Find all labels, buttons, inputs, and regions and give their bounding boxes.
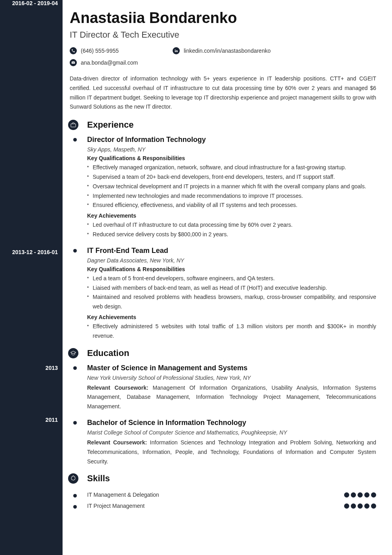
entry-company: Dagner Data Associates, New York, NY — [87, 257, 376, 264]
email-icon — [70, 59, 77, 66]
entry-heading: Key Achievements — [87, 212, 376, 219]
experience-entry: IT Front-End Team Lead Dagner Data Assoc… — [87, 247, 376, 341]
contact-linkedin: linkedin.com/in/anastasbondarenko — [173, 47, 376, 54]
timeline-dot — [73, 138, 77, 142]
list-item: Oversaw technical development and IT pro… — [87, 182, 376, 191]
list-item: Supervised a team of 20+ back-end develo… — [87, 172, 376, 182]
date-exp-0: 2016-02 - 2019-04 — [12, 0, 58, 6]
briefcase-icon — [67, 118, 80, 132]
contact-email: ana.bonda@gmail.com — [70, 59, 169, 66]
contacts: (646) 555-9955 linkedin.com/in/anastasbo… — [70, 47, 376, 66]
timeline-dot — [73, 505, 77, 509]
entry-company: Sky Apps, Maspeth, NY — [87, 146, 376, 153]
phone-icon — [70, 47, 77, 54]
resume-page: 2016-02 - 2019-04 2013-12 - 2016-01 2013… — [0, 0, 392, 555]
education-entry: Bachelor of Science in Information Techn… — [87, 419, 376, 466]
skill-name: IT Project Management — [87, 503, 145, 509]
name-heading: Anastasiia Bondarenko — [70, 10, 376, 27]
timeline-dot — [73, 249, 77, 253]
responsibilities-list: Led a team of 5 front-end developers, so… — [87, 274, 376, 312]
responsibilities-list: Effectively managed organization, networ… — [87, 163, 376, 210]
phone-text: (646) 555-9955 — [81, 48, 119, 54]
achievements-list: Effectively administered 5 websites with… — [87, 322, 376, 341]
list-item: Implemented new technologies and made re… — [87, 191, 376, 201]
section-skills: Skills IT Management & Delegation IT Pro… — [70, 473, 376, 511]
skill-row: IT Project Management — [87, 500, 376, 511]
section-education: Education Master of Science in Managemen… — [70, 348, 376, 467]
list-item: Led overhaul of IT infrastructure to cut… — [87, 220, 376, 230]
list-item: Led a team of 5 front-end developers, so… — [87, 274, 376, 283]
main-content: Anastasiia Bondarenko IT Director & Tech… — [63, 0, 392, 555]
entry-school: New York University School of Profession… — [87, 375, 376, 381]
skill-name: IT Management & Delegation — [87, 492, 159, 498]
education-entry: Master of Science in Management and Syst… — [87, 364, 376, 411]
sidebar: 2016-02 - 2019-04 2013-12 - 2016-01 2013… — [0, 0, 63, 555]
entry-heading: Key Achievements — [87, 314, 376, 320]
experience-entry: Director of Information Technology Sky A… — [87, 136, 376, 239]
timeline-dot — [73, 421, 77, 425]
summary-text: Data-driven director of information tech… — [70, 74, 376, 112]
timeline-dot — [73, 366, 77, 370]
list-item: Maintained and resolved problems with he… — [87, 293, 376, 312]
timeline-dot — [73, 494, 77, 498]
entry-title: Master of Science in Management and Syst… — [87, 364, 376, 372]
graduation-cap-icon — [67, 346, 80, 360]
date-exp-1: 2013-12 - 2016-01 — [12, 249, 58, 255]
list-item: Effectively managed organization, networ… — [87, 163, 376, 172]
skills-title: Skills — [87, 473, 110, 484]
skill-rating — [344, 492, 376, 498]
skill-row: IT Management & Delegation — [87, 489, 376, 500]
list-item: Reduced service delivery costs by $800,0… — [87, 230, 376, 239]
linkedin-icon — [173, 47, 180, 54]
list-item: Liaised with members of back-end team, a… — [87, 283, 376, 293]
entry-heading: Key Qualifications & Responsibilities — [87, 266, 376, 272]
skill-rating — [344, 503, 376, 509]
section-experience: Experience Director of Information Techn… — [70, 120, 376, 341]
email-text: ana.bonda@gmail.com — [81, 59, 138, 66]
contact-phone: (646) 555-9955 — [70, 47, 169, 54]
entry-school: Marist College School of Computer Scienc… — [87, 429, 376, 436]
entry-title: IT Front-End Team Lead — [87, 247, 376, 255]
svg-rect-0 — [71, 124, 76, 127]
puzzle-icon — [67, 472, 80, 485]
experience-title: Experience — [87, 120, 133, 130]
job-title: IT Director & Tech Executive — [70, 30, 376, 40]
date-edu-0: 2013 — [46, 365, 58, 371]
entry-text: Relevant Coursework: Management Of Infor… — [87, 383, 376, 411]
education-title: Education — [87, 348, 129, 358]
list-item: Effectively administered 5 websites with… — [87, 322, 376, 341]
achievements-list: Led overhaul of IT infrastructure to cut… — [87, 220, 376, 239]
date-edu-1: 2011 — [46, 417, 58, 423]
linkedin-text: linkedin.com/in/anastasbondarenko — [184, 48, 270, 54]
entry-heading: Key Qualifications & Responsibilities — [87, 155, 376, 161]
entry-title: Director of Information Technology — [87, 136, 376, 144]
list-item: Ensured efficiency, effectiveness, and v… — [87, 201, 376, 210]
entry-title: Bachelor of Science in Information Techn… — [87, 419, 376, 427]
entry-text: Relevant Coursework: Information Science… — [87, 438, 376, 466]
